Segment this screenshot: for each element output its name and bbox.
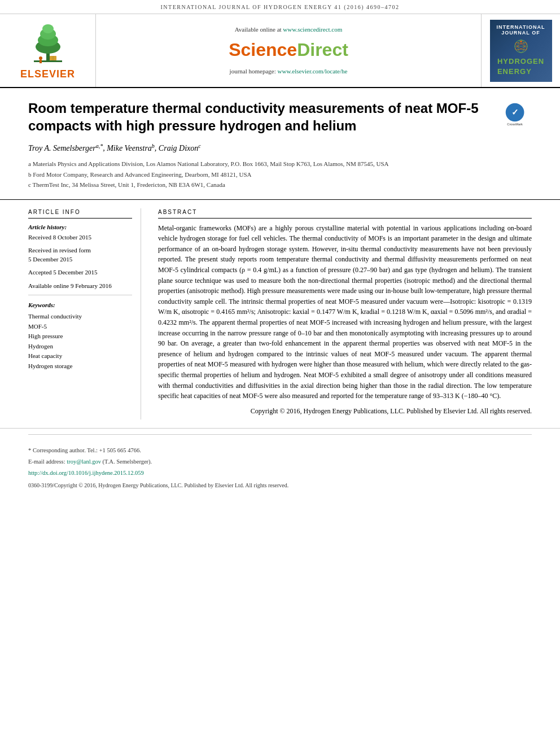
- left-divider: [28, 295, 132, 295]
- received-date: Received 8 October 2015: [28, 233, 132, 242]
- footer-doi: http://dx.doi.org/10.1016/j.ijhydene.201…: [28, 469, 532, 478]
- keyword-hydrogen-storage: Hydrogen storage: [28, 361, 132, 371]
- keyword-thermal-conductivity: Thermal conductivity: [28, 312, 132, 321]
- top-logos-area: ELSEVIER Available online at www.science…: [0, 14, 560, 88]
- journal-header-text: International Journal of Hydrogen Energy…: [160, 4, 399, 10]
- footer-area: * Corresponding author. Tel.: +1 505 665…: [0, 440, 560, 498]
- article-info-col: Article Info Article history: Received 8…: [28, 208, 141, 420]
- journal-homepage-link[interactable]: www.elsevier.com/locate/he: [278, 68, 348, 75]
- sciencedirect-logo: ScienceDirect: [229, 37, 348, 63]
- svg-point-17: [520, 41, 522, 42]
- svg-rect-1: [34, 60, 62, 62]
- abstract-text: Metal-organic frameworks (MOFs) are a hi…: [158, 223, 532, 417]
- revised-form: Received in revised form 5 December 2015: [28, 246, 132, 264]
- author2-name: Mike Veenstra: [107, 144, 152, 152]
- keyword-heat-capacity: Heat capacity: [28, 351, 132, 361]
- author3-sup: c: [198, 143, 200, 149]
- footer-corresponding: * Corresponding author. Tel.: +1 505 665…: [28, 446, 532, 456]
- hydrogen-international-text: International Journal of: [497, 24, 545, 37]
- footer-email-link[interactable]: troy@lanl.gov: [67, 458, 101, 465]
- svg-text:✓: ✓: [511, 108, 518, 117]
- article-title: Room temperature thermal conductivity me…: [28, 99, 489, 134]
- direct-text: Direct: [297, 40, 348, 60]
- svg-point-6: [39, 56, 42, 60]
- article-title-area: Room temperature thermal conductivity me…: [0, 88, 560, 199]
- hydrogen-energy-text: HYDROGEN ENERGY: [497, 56, 544, 77]
- elsevier-label: ELSEVIER: [20, 67, 75, 81]
- journal-homepage: journal homepage: www.elsevier.com/locat…: [230, 67, 348, 76]
- author2-sup: b: [152, 143, 155, 149]
- keyword-high-pressure: High pressure: [28, 331, 132, 341]
- online-date: Available online 9 February 2016: [28, 282, 132, 290]
- available-online-text: Available online at www.sciencedirect.co…: [235, 25, 343, 34]
- article-authors: Troy A. Semelsbergera,*, Mike Veenstrab,…: [28, 143, 489, 154]
- affiliation-a: a Materials Physics and Applications Div…: [28, 159, 489, 169]
- keywords-label: Keywords:: [28, 301, 132, 309]
- hydrogen-logo-inner: International Journal of HYDROGEN ENERGY: [490, 20, 552, 82]
- journal-header-bar: International Journal of Hydrogen Energy…: [0, 0, 560, 14]
- footer-email: E-mail address: troy@lanl.gov (T.A. Seme…: [28, 457, 532, 467]
- abstract-paragraph: Metal-organic frameworks (MOFs) are a hi…: [158, 223, 532, 401]
- doi-link[interactable]: http://dx.doi.org/10.1016/j.ijhydene.201…: [28, 470, 144, 476]
- footer-issn: 0360-3199/Copyright © 2016, Hydrogen Ene…: [28, 481, 532, 490]
- svg-rect-7: [40, 60, 42, 63]
- keyword-hydrogen: Hydrogen: [28, 342, 132, 351]
- elsevier-tree-icon: [17, 20, 79, 65]
- keyword-mof5: MOF-5: [28, 322, 132, 331]
- article-title-text-block: Room temperature thermal conductivity me…: [28, 99, 489, 190]
- crossmark-box: ✓ CrossMark: [498, 99, 532, 128]
- author-affiliations: a Materials Physics and Applications Div…: [28, 159, 489, 190]
- page-divider: [28, 434, 532, 435]
- crossmark-icon: ✓ CrossMark: [502, 102, 528, 128]
- science-text: Science: [229, 40, 297, 60]
- svg-point-5: [42, 24, 54, 33]
- abstract-copyright: Copyright © 2016, Hydrogen Energy Public…: [158, 406, 532, 417]
- elsevier-logo-box: ELSEVIER: [0, 14, 96, 87]
- hydrogen-logo-box: International Journal of HYDROGEN ENERGY: [481, 14, 560, 87]
- abstract-col: Abstract Metal-organic frameworks (MOFs)…: [152, 208, 532, 420]
- svg-text:CrossMark: CrossMark: [507, 123, 523, 126]
- article-info-title: Article Info: [28, 208, 132, 219]
- author1-name: Troy A. Semelsberger: [28, 144, 96, 152]
- hydrogen-globe-icon: [507, 38, 535, 54]
- accepted-date: Accepted 5 December 2015: [28, 268, 132, 277]
- article-history-label: Article history:: [28, 223, 132, 231]
- author3-name: Craig Dixon: [159, 144, 198, 152]
- affiliation-b: b Ford Motor Company, Research and Advan…: [28, 170, 489, 180]
- sciencedirect-url-link[interactable]: www.sciencedirect.com: [283, 26, 342, 33]
- affiliation-c: c ThermTest Inc, 34 Melissa Street, Unit…: [28, 180, 489, 190]
- sciencedirect-center: Available online at www.sciencedirect.co…: [96, 14, 481, 87]
- abstract-title: Abstract: [158, 208, 532, 219]
- author1-sup: a,*: [96, 143, 103, 149]
- two-col-area: Article Info Article history: Received 8…: [0, 200, 560, 429]
